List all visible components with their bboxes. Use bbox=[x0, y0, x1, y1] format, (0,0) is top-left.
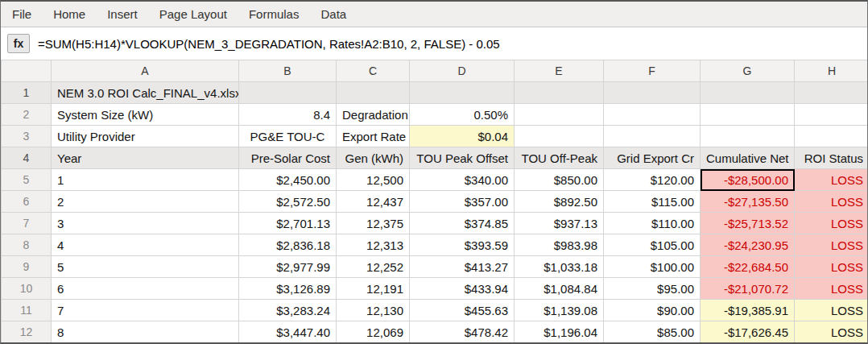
cell-E4[interactable]: TOU Off-Peak bbox=[515, 147, 604, 169]
cell-F6[interactable]: $115.00 bbox=[604, 191, 701, 213]
cell-C1[interactable] bbox=[337, 82, 410, 104]
cell-G2[interactable] bbox=[701, 104, 795, 126]
row-header-12[interactable]: 12 bbox=[2, 321, 52, 343]
cell-A4[interactable]: Year bbox=[52, 147, 239, 169]
cell-F11[interactable]: $90.00 bbox=[604, 300, 701, 321]
column-header-b[interactable]: B bbox=[239, 60, 337, 82]
cell-F2[interactable] bbox=[604, 104, 701, 126]
cell-C4[interactable]: Gen (kWh) bbox=[337, 147, 410, 169]
cell-D7[interactable]: $374.85 bbox=[410, 213, 515, 234]
cell-C3[interactable]: Export Rate bbox=[337, 126, 410, 147]
cell-E11[interactable]: $1,139.08 bbox=[515, 300, 604, 321]
row-header-7[interactable]: 7 bbox=[2, 213, 52, 234]
column-header-d[interactable]: D bbox=[410, 60, 515, 82]
cell-H6[interactable]: LOSS bbox=[795, 191, 868, 213]
cell-F7[interactable]: $110.00 bbox=[604, 213, 701, 234]
formula-input[interactable]: =SUM(H5:H14)*VLOOKUP(NEM_3_DEGRADATION, … bbox=[38, 37, 867, 51]
cell-A7[interactable]: 3 bbox=[52, 213, 239, 234]
cell-F10[interactable]: $95.00 bbox=[604, 278, 701, 300]
cell-B7[interactable]: $2,701.13 bbox=[239, 213, 337, 234]
cell-A3[interactable]: Utility Provider bbox=[52, 126, 239, 147]
cell-H11[interactable]: LOSS bbox=[795, 300, 868, 321]
cell-C9[interactable]: 12,252 bbox=[337, 256, 410, 278]
column-header-g[interactable]: G bbox=[701, 60, 795, 82]
menu-item-data[interactable]: Data bbox=[320, 7, 346, 21]
cell-H7[interactable]: LOSS bbox=[795, 213, 868, 234]
cell-F9[interactable]: $100.00 bbox=[604, 256, 701, 278]
cell-G1[interactable] bbox=[701, 82, 795, 104]
cell-C12[interactable]: 12,069 bbox=[337, 321, 410, 343]
column-header-e[interactable]: E bbox=[515, 60, 604, 82]
cell-H8[interactable]: LOSS bbox=[795, 234, 868, 256]
cell-H4[interactable]: ROI Status bbox=[795, 147, 868, 169]
cell-B8[interactable]: $2,836.18 bbox=[239, 234, 337, 256]
cell-G3[interactable] bbox=[701, 126, 795, 147]
column-header-h[interactable]: H bbox=[795, 60, 868, 82]
cell-E10[interactable]: $1,084.84 bbox=[515, 278, 604, 300]
cell-G5[interactable]: -$28,500.00 bbox=[701, 169, 795, 191]
cell-E2[interactable] bbox=[515, 104, 604, 126]
cell-E5[interactable]: $850.00 bbox=[515, 169, 604, 191]
cell-H10[interactable]: LOSS bbox=[795, 278, 868, 300]
cell-G7[interactable]: -$25,713.52 bbox=[701, 213, 795, 234]
column-header-a[interactable]: A bbox=[52, 60, 239, 82]
cell-G12[interactable]: -$17,626.45 bbox=[701, 321, 795, 343]
cell-B4[interactable]: Pre-Solar Cost bbox=[239, 147, 337, 169]
cell-C8[interactable]: 12,313 bbox=[337, 234, 410, 256]
cell-D3[interactable]: $0.04 bbox=[410, 126, 515, 147]
cell-G11[interactable]: -$19,385.91 bbox=[701, 300, 795, 321]
cell-C7[interactable]: 12,375 bbox=[337, 213, 410, 234]
cell-G4[interactable]: Cumulative Net bbox=[701, 147, 795, 169]
row-header-9[interactable]: 9 bbox=[2, 256, 52, 278]
cell-A1[interactable]: NEM 3.0 ROI Calc_FINAL_v4.xlsx bbox=[52, 82, 239, 104]
row-header-3[interactable]: 3 bbox=[2, 126, 52, 147]
cell-A10[interactable]: 6 bbox=[52, 278, 239, 300]
cell-B2[interactable]: 8.4 bbox=[239, 104, 337, 126]
cell-H2[interactable] bbox=[795, 104, 868, 126]
cell-G10[interactable]: -$21,070.72 bbox=[701, 278, 795, 300]
row-header-8[interactable]: 8 bbox=[2, 234, 52, 256]
cell-F4[interactable]: Grid Export Cr bbox=[604, 147, 701, 169]
cell-D1[interactable] bbox=[410, 82, 515, 104]
row-header-11[interactable]: 11 bbox=[2, 300, 52, 321]
row-header-10[interactable]: 10 bbox=[2, 278, 52, 300]
cell-B9[interactable]: $2,977.99 bbox=[239, 256, 337, 278]
cell-A11[interactable]: 7 bbox=[52, 300, 239, 321]
cell-F1[interactable] bbox=[604, 82, 701, 104]
cell-B12[interactable]: $3,447.40 bbox=[239, 321, 337, 343]
cell-D4[interactable]: TOU Peak Offset bbox=[410, 147, 515, 169]
cell-A8[interactable]: 4 bbox=[52, 234, 239, 256]
cell-H1[interactable] bbox=[795, 82, 868, 104]
menu-item-insert[interactable]: Insert bbox=[107, 7, 138, 21]
menu-item-page-layout[interactable]: Page Layout bbox=[159, 7, 227, 21]
cell-F8[interactable]: $105.00 bbox=[604, 234, 701, 256]
cell-G8[interactable]: -$24,230.95 bbox=[701, 234, 795, 256]
row-header-5[interactable]: 5 bbox=[2, 169, 52, 191]
cell-G6[interactable]: -$27,135.50 bbox=[701, 191, 795, 213]
cell-E9[interactable]: $1,033.18 bbox=[515, 256, 604, 278]
cell-H3[interactable] bbox=[795, 126, 868, 147]
cell-A6[interactable]: 2 bbox=[52, 191, 239, 213]
row-header-2[interactable]: 2 bbox=[2, 104, 52, 126]
cell-C6[interactable]: 12,437 bbox=[337, 191, 410, 213]
row-header-1[interactable]: 1 bbox=[2, 82, 52, 104]
cell-E8[interactable]: $983.98 bbox=[515, 234, 604, 256]
cell-F12[interactable]: $85.00 bbox=[604, 321, 701, 343]
row-header-4[interactable]: 4 bbox=[2, 147, 52, 169]
cell-D8[interactable]: $393.59 bbox=[410, 234, 515, 256]
cell-C11[interactable]: 12,130 bbox=[337, 300, 410, 321]
cell-B1[interactable] bbox=[239, 82, 337, 104]
cell-E6[interactable]: $892.50 bbox=[515, 191, 604, 213]
cell-C5[interactable]: 12,500 bbox=[337, 169, 410, 191]
cell-D2[interactable]: 0.50% bbox=[410, 104, 515, 126]
cell-H9[interactable]: LOSS bbox=[795, 256, 868, 278]
cell-H5[interactable]: LOSS bbox=[795, 169, 868, 191]
cell-D12[interactable]: $478.42 bbox=[410, 321, 515, 343]
cell-G9[interactable]: -$22,684.50 bbox=[701, 256, 795, 278]
cell-A2[interactable]: System Size (kW) bbox=[52, 104, 239, 126]
cell-E7[interactable]: $937.13 bbox=[515, 213, 604, 234]
cell-C2[interactable]: Degradation bbox=[337, 104, 410, 126]
cell-E1[interactable] bbox=[515, 82, 604, 104]
cell-B6[interactable]: $2,572.50 bbox=[239, 191, 337, 213]
cell-E12[interactable]: $1,196.04 bbox=[515, 321, 604, 343]
